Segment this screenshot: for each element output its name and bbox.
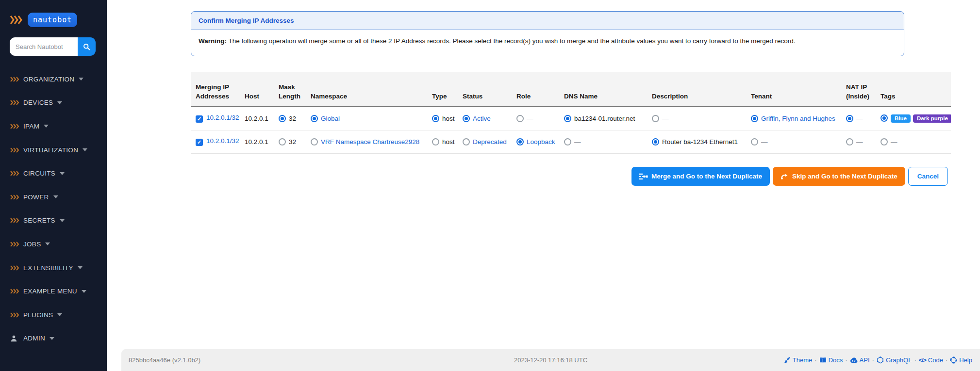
- footer-link-theme[interactable]: Theme: [783, 356, 812, 364]
- status-value[interactable]: Deprecated: [473, 138, 507, 145]
- column-header-role: Role: [516, 72, 564, 107]
- ip-address-link[interactable]: 10.2.0.1/32: [206, 114, 239, 121]
- type-radio[interactable]: [432, 138, 439, 145]
- chevron-down-icon: [78, 266, 83, 269]
- merge-checkbox[interactable]: ✓: [196, 115, 203, 123]
- dns-name-radio[interactable]: [564, 138, 571, 145]
- tags-radio[interactable]: [880, 114, 888, 122]
- footer-link-docs[interactable]: Docs: [819, 356, 843, 364]
- sidebar-item-power[interactable]: POWER: [0, 185, 107, 209]
- sidebar-item-devices[interactable]: DEVICES: [0, 91, 107, 115]
- namespace-value[interactable]: VRF Namespace Chartreuse2928: [321, 138, 419, 145]
- chevron-down-icon: [82, 290, 86, 293]
- sidebar-item-label: SECRETS: [23, 217, 55, 224]
- status-radio[interactable]: [463, 115, 470, 122]
- footer-link-api[interactable]: API: [850, 356, 870, 364]
- footer-link-separator: ·: [845, 356, 847, 364]
- merge-button[interactable]: Merge and Go to the Next Duplicate: [631, 167, 770, 186]
- skip-button[interactable]: Skip and Go to the Next Duplicate: [773, 167, 905, 186]
- sidebar-item-label: IPAM: [23, 123, 39, 130]
- nat-ip-radio[interactable]: [846, 138, 853, 145]
- role-radio[interactable]: [516, 115, 524, 122]
- sidebar-item-extensibility[interactable]: EXTENSIBILITY: [0, 256, 107, 280]
- dns-name-value: ba1234-01.router.net: [574, 115, 635, 122]
- search-input[interactable]: [10, 37, 78, 56]
- sidebar-item-ipam[interactable]: IPAM: [0, 114, 107, 138]
- merge-table: Merging IP AddressesHostMask LengthNames…: [191, 72, 951, 154]
- mask-length-radio[interactable]: [279, 115, 286, 122]
- column-header-host: Host: [245, 72, 279, 107]
- role-value[interactable]: Loopback: [527, 138, 555, 145]
- type-radio[interactable]: [432, 115, 439, 122]
- host-value: 10.2.0.1: [245, 138, 268, 145]
- triple-chevron-icon: [10, 265, 23, 271]
- sidebar-item-example-menu[interactable]: EXAMPLE MENU: [0, 279, 107, 303]
- role-radio[interactable]: [516, 138, 524, 145]
- merge-checkbox[interactable]: ✓: [196, 139, 203, 146]
- footer-link-label: Theme: [793, 356, 812, 364]
- description-radio[interactable]: [652, 138, 659, 145]
- status-value[interactable]: Active: [473, 115, 491, 122]
- footer-link-label: API: [860, 356, 870, 364]
- footer-link-help[interactable]: Help: [950, 356, 972, 364]
- footer-link-label: Docs: [829, 356, 843, 364]
- sidebar-item-admin[interactable]: ADMIN: [0, 327, 107, 351]
- sidebar-item-label: EXTENSIBILITY: [23, 264, 73, 272]
- host-value: 10.2.0.1: [245, 115, 268, 122]
- sidebar-item-organization[interactable]: ORGANIZATION: [0, 67, 107, 91]
- column-header-nat-ip-inside-: NAT IP (Inside): [846, 72, 880, 107]
- merge-button-label: Merge and Go to the Next Duplicate: [651, 173, 762, 180]
- nautobot-logo[interactable]: nautobot: [10, 13, 77, 27]
- column-header-description: Description: [652, 72, 751, 107]
- triple-chevron-icon: [10, 289, 23, 294]
- mask-length-radio[interactable]: [279, 138, 286, 145]
- footer-version: 825bbc4aa46e (v2.1.0b2): [129, 356, 200, 364]
- column-header-status: Status: [463, 72, 516, 107]
- sidebar-item-secrets[interactable]: SECRETS: [0, 209, 107, 233]
- chevron-down-icon: [57, 313, 62, 316]
- triple-chevron-icon: [10, 147, 23, 153]
- tag-badge: Blue: [891, 114, 911, 123]
- chevron-down-icon: [45, 242, 50, 245]
- sidebar-item-jobs[interactable]: JOBS: [0, 232, 107, 256]
- skip-button-label: Skip and Go to the Next Duplicate: [792, 173, 897, 180]
- tenant-value[interactable]: Griffin, Flynn and Hughes: [761, 115, 835, 122]
- panel-title: Confirm Merging IP Addresses: [191, 12, 904, 30]
- ip-address-link[interactable]: 10.2.0.1/32: [206, 137, 239, 145]
- description-radio[interactable]: [652, 115, 659, 122]
- description-value: —: [662, 115, 669, 122]
- docs-icon: [819, 356, 827, 364]
- triple-chevron-icon: [10, 194, 23, 200]
- tags-radio[interactable]: [880, 138, 888, 145]
- footer-link-code[interactable]: </>Code: [919, 356, 943, 364]
- sidebar-item-label: POWER: [23, 194, 49, 201]
- sidebar-item-plugins[interactable]: PLUGINS: [0, 303, 107, 327]
- status-radio[interactable]: [463, 138, 470, 145]
- search-button[interactable]: [78, 37, 96, 56]
- namespace-radio[interactable]: [311, 138, 318, 145]
- mask-length-value: 32: [289, 115, 296, 122]
- sidebar-item-circuits[interactable]: CIRCUITS: [0, 161, 107, 185]
- namespace-value[interactable]: Global: [321, 115, 340, 122]
- merge-icon: [639, 173, 648, 180]
- column-header-mask-length: Mask Length: [279, 72, 311, 107]
- triple-chevron-icon: [10, 77, 23, 82]
- tenant-radio[interactable]: [751, 138, 758, 145]
- tenant-value: —: [761, 138, 768, 145]
- tag-badge: Dark purple: [913, 114, 951, 123]
- nat-ip-radio[interactable]: [846, 115, 853, 122]
- cancel-button[interactable]: Cancel: [908, 167, 948, 186]
- tenant-radio[interactable]: [751, 115, 758, 122]
- namespace-radio[interactable]: [311, 115, 318, 122]
- sidebar-item-label: VIRTUALIZATION: [23, 146, 78, 154]
- sidebar-item-label: CIRCUITS: [23, 170, 55, 177]
- sidebar-item-label: DEVICES: [23, 99, 53, 106]
- dns-name-radio[interactable]: [564, 115, 571, 122]
- column-header-tags: Tags: [880, 72, 951, 107]
- logo-chevrons-icon: [10, 15, 24, 25]
- sidebar-item-virtualization[interactable]: VIRTUALIZATION: [0, 138, 107, 162]
- sidebar-item-label: JOBS: [23, 241, 41, 248]
- footer-link-graphql[interactable]: GraphQL: [877, 356, 912, 364]
- footer-links: Theme·Docs·API·GraphQL·</>Code·Help: [783, 356, 972, 364]
- triple-chevron-icon: [10, 171, 23, 176]
